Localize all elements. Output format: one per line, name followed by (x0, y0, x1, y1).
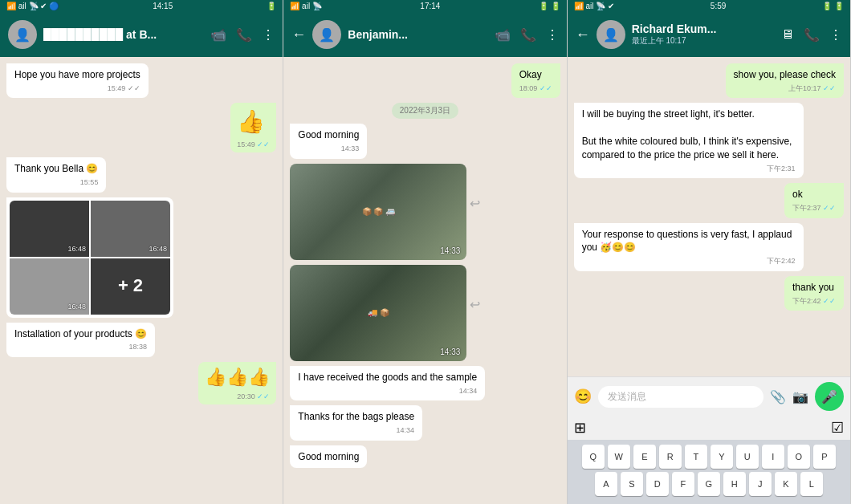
header-icons-3[interactable]: 🖥 📞 ⋮ (781, 27, 842, 43)
key-p[interactable]: P (813, 445, 836, 469)
video-call-icon-2[interactable]: 📹 (495, 27, 511, 43)
photo-bubble-2: 🚚 📦 14:33 (290, 265, 466, 361)
message-time-1-1: 15:49 ✓✓ (14, 83, 140, 94)
message-2-1: Okay 18:09 ✓✓ (511, 63, 560, 98)
forward-icon-1[interactable]: ↩ (470, 196, 480, 211)
message-3-1: show you, please check 上午10:17 ✓✓ (726, 63, 844, 98)
message-3-4: Your response to questions is very fast,… (574, 223, 804, 271)
photo-label-1: 📦 📦 🚐 (362, 207, 396, 216)
camera-icon-3[interactable]: 📷 (792, 389, 808, 404)
key-y[interactable]: Y (711, 445, 733, 469)
key-r[interactable]: R (659, 445, 682, 469)
kb-row-1: Q W E R T Y U I O P (571, 445, 847, 469)
key-s[interactable]: S (621, 472, 643, 496)
time-1-6: 20:30 ✓✓ (205, 392, 270, 402)
key-k[interactable]: K (775, 472, 797, 496)
more-options-icon-1[interactable]: ⋮ (262, 27, 275, 43)
message-text-3-3: ok (792, 189, 803, 200)
check-icon-3[interactable]: ☑ (831, 419, 844, 437)
phone-icon-2[interactable]: 📞 (520, 27, 536, 43)
img-time-1: 16:48 (67, 244, 86, 254)
mic-button-3[interactable]: 🎤 (815, 382, 844, 411)
photo-time-1: 14:33 (440, 246, 460, 255)
key-q[interactable]: Q (582, 445, 605, 469)
phone-icon-3[interactable]: 📞 (804, 27, 820, 43)
kb-row-2: A S D F G H J K L (571, 472, 847, 496)
forward-icon-2[interactable]: ↩ (470, 297, 480, 312)
contact-name-1: ██████████ at B... (43, 28, 204, 41)
key-a[interactable]: A (595, 472, 617, 496)
message-3-3: ok 下午2:37 ✓✓ (784, 183, 844, 217)
time-1-3: 15:55 (14, 177, 98, 188)
message-1-1: Hope you have more projects 15:49 ✓✓ (6, 63, 149, 98)
key-i[interactable]: I (762, 445, 784, 469)
key-f[interactable]: F (672, 472, 694, 496)
key-w[interactable]: W (608, 445, 630, 469)
back-arrow-3[interactable]: ← (576, 26, 590, 43)
emoji-icon-3[interactable]: 😊 (574, 388, 592, 405)
screen-icon-3[interactable]: 🖥 (781, 27, 794, 43)
message-2-3: Good morning 14:33 (290, 124, 367, 158)
time-3-5: 下午2:42 ✓✓ (792, 296, 836, 307)
emoji-1-2: 👍 (237, 109, 265, 134)
time-2-6: 14:34 (298, 425, 414, 436)
key-h[interactable]: H (723, 472, 746, 496)
message-2-7: Good morning (290, 445, 367, 469)
status-bar-2: 📶 ail 📡 17:14 🔋 🔋 (283, 0, 566, 12)
more-options-icon-3[interactable]: ⋮ (829, 27, 842, 43)
photo-row-1: 📦 📦 🚐 14:33 ↩ (290, 164, 560, 260)
header-icons-1[interactable]: 📹 📞 ⋮ (210, 27, 275, 43)
key-g[interactable]: G (698, 472, 720, 496)
header-info-2: Benjamin... (348, 28, 487, 41)
img-cell-3: 16:48 (10, 258, 89, 315)
time-2-3: 14:33 (298, 144, 359, 154)
contact-sub-3: 最近上午 10:17 (632, 35, 775, 47)
phone-icon-1[interactable]: 📞 (236, 27, 252, 43)
message-text-2-6: Thanks for the bags please (298, 411, 414, 422)
key-t[interactable]: T (685, 445, 707, 469)
key-l[interactable]: L (800, 472, 823, 496)
key-o[interactable]: O (788, 445, 810, 469)
plus-more: + 2 (118, 274, 143, 299)
header-icons-2[interactable]: 📹 📞 ⋮ (495, 27, 559, 43)
contact-name-3: Richard Ekum... (632, 22, 775, 35)
status-left-3: 📶 ail 📡 ✔ (574, 2, 614, 10)
avatar-1: 👤 (8, 20, 37, 49)
key-d[interactable]: D (646, 472, 669, 496)
message-1-2: 👍 15:49 ✓✓ (230, 103, 276, 152)
header-info-3: Richard Ekum... 最近上午 10:17 (632, 22, 775, 47)
header-info-1: ██████████ at B... (43, 28, 204, 41)
key-e[interactable]: E (633, 445, 656, 469)
input-placeholder-3: 发送消息 (608, 391, 646, 402)
message-text-3-5: thank you (792, 282, 834, 293)
chat-input-area-3: 😊 发送消息 📎 📷 🎤 (568, 376, 850, 416)
toolbar-3: ⊞ ☑ (568, 416, 850, 440)
grid-icon-3[interactable]: ⊞ (574, 419, 586, 437)
attach-icon-3[interactable]: 📎 (770, 389, 786, 404)
contact-name-2: Benjamin... (348, 28, 487, 41)
photo-bubble-1: 📦 📦 🚐 14:33 (290, 164, 466, 260)
message-1-5: Installation of your products 😊 18:38 (6, 323, 155, 357)
more-options-icon-2[interactable]: ⋮ (546, 27, 559, 43)
key-u[interactable]: U (736, 445, 759, 469)
date-text-2: 2022年3月3日 (400, 106, 450, 115)
key-j[interactable]: J (749, 472, 772, 496)
img-time-3: 16:48 (67, 302, 86, 312)
message-text-3-4: Your response to questions is very fast,… (582, 229, 792, 254)
message-1-6: 👍👍👍 20:30 ✓✓ (198, 362, 276, 404)
image-grid-1: 16:48 16:48 16:48 + 2 (10, 201, 170, 315)
photo-img-2: 🚚 📦 14:33 (290, 265, 466, 361)
time-3-3: 下午2:37 ✓✓ (792, 203, 836, 213)
video-call-icon-1[interactable]: 📹 (210, 27, 226, 43)
message-3-5: thank you 下午2:42 ✓✓ (784, 276, 844, 311)
photo-label-2: 🚚 📦 (368, 308, 389, 317)
chat-body-1: Hope you have more projects 15:49 ✓✓ 👍 1… (0, 57, 283, 504)
message-text-1-3: Thank you Bella 😊 (14, 163, 98, 174)
emoji-row-1-6: 👍👍👍 (205, 367, 270, 387)
time-2-5: 14:34 (298, 386, 477, 396)
back-arrow-2[interactable]: ← (291, 26, 306, 43)
message-input-3[interactable]: 发送消息 (598, 386, 763, 408)
message-text-2-5: I have received the goods and the sample (298, 372, 477, 383)
photo-img-1: 📦 📦 🚐 14:33 (290, 164, 466, 260)
chat-header-1: 👤 ██████████ at B... 📹 📞 ⋮ (0, 12, 283, 57)
